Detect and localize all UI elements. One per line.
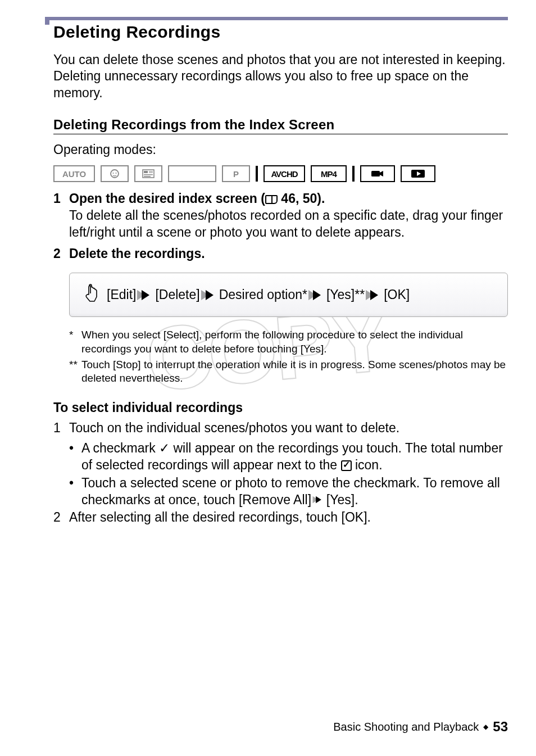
- mode-baby-icon: [101, 165, 129, 182]
- indiv-step-2: 2 After selecting all the desired record…: [53, 509, 508, 526]
- touch-icon: [83, 283, 99, 306]
- mode-p: P: [222, 165, 250, 182]
- mode-storyboard-icon: [134, 165, 162, 182]
- mode-blank: [168, 165, 216, 182]
- bullet-dot: •: [69, 475, 78, 509]
- indiv-step-1: 1 Touch on the individual scenes/photos …: [53, 420, 508, 508]
- svg-point-1: [113, 173, 114, 174]
- b2a: Touch a selected scene or photo to remov…: [81, 476, 500, 507]
- arrow-icon: [142, 290, 149, 300]
- indiv-bullets: • A checkmark ✓ will appear on the recor…: [53, 440, 508, 509]
- footnote-1: * When you select [Select], perform the …: [69, 328, 508, 356]
- svg-rect-8: [371, 171, 380, 176]
- step-number: 1: [53, 420, 63, 437]
- arrow-icon: [206, 290, 214, 300]
- mode-mp4: MP4: [311, 165, 347, 182]
- step-number: 1: [53, 191, 63, 206]
- footer-diamond-icon: ◆: [483, 723, 488, 731]
- intro-paragraph: You can delete those scenes and photos t…: [53, 52, 508, 101]
- svg-point-0: [111, 170, 119, 178]
- step-1-title-b: 46, 50).: [278, 191, 325, 206]
- bullet-1-text: A checkmark ✓ will appear on the recordi…: [81, 440, 508, 474]
- svg-rect-7: [144, 176, 151, 177]
- indiv-step-2-text: After selecting all the desired recordin…: [69, 509, 371, 526]
- action-edit: [Edit]: [107, 287, 136, 302]
- footnote-mark: **: [69, 358, 79, 386]
- section-title: Deleting Recordings: [53, 22, 508, 42]
- footnote-mark: *: [69, 328, 79, 356]
- action-yes: [Yes]**: [326, 287, 365, 302]
- footnotes: * When you select [Select], perform the …: [53, 328, 508, 386]
- arrow-icon: [370, 290, 378, 300]
- action-option: Desired option*: [219, 287, 307, 302]
- b1a: A checkmark: [81, 441, 159, 455]
- step-1-title: Open the desired index screen ( 46, 50).: [69, 191, 325, 206]
- individual-heading: To select individual recordings: [53, 400, 508, 415]
- mode-camera-icon: [360, 165, 395, 182]
- mode-divider-2: [352, 166, 355, 182]
- individual-step-list: 1 Touch on the individual scenes/photos …: [53, 420, 508, 526]
- step-1: 1 Open the desired index screen ( 46, 50…: [53, 191, 508, 241]
- action-delete: [Delete]: [155, 287, 199, 302]
- mode-avchd: AVCHD: [264, 165, 305, 182]
- bullet-1: • A checkmark ✓ will appear on the recor…: [69, 440, 508, 474]
- svg-rect-4: [144, 171, 148, 173]
- svg-rect-5: [149, 171, 153, 173]
- step-1-title-a: Open the desired index screen (: [69, 191, 265, 206]
- checkbox-icon: [341, 460, 352, 471]
- step-number: 2: [53, 246, 63, 261]
- bullet-2: • Touch a selected scene or photo to rem…: [69, 475, 508, 509]
- step-2-title: Delete the recordings.: [69, 246, 205, 261]
- step-number: 2: [53, 509, 63, 526]
- header-rule: [45, 17, 508, 20]
- mode-auto: AUTO: [53, 165, 95, 182]
- step-1-body: To delete all the scenes/photos recorded…: [53, 207, 508, 241]
- footnote-2-text: Touch [Stop] to interrupt the operation …: [81, 358, 508, 386]
- mode-play-icon: [401, 165, 435, 182]
- mode-divider: [256, 166, 258, 182]
- operating-modes-label: Operating modes:: [53, 142, 508, 157]
- subsection-title: Deleting Recordings from the Index Scree…: [53, 117, 508, 134]
- footnote-1-text: When you select [Select], perform the fo…: [81, 328, 508, 356]
- mode-indicator-row: AUTO P AVCHD MP4: [53, 165, 508, 182]
- arrow-icon: [313, 290, 321, 300]
- bullet-dot: •: [69, 440, 78, 474]
- indiv-step-1-text: Touch on the individual scenes/photos yo…: [69, 420, 399, 437]
- step-2: 2 Delete the recordings. [Edit] [Delete]…: [53, 246, 508, 386]
- footnote-2: ** Touch [Stop] to interrupt the operati…: [69, 358, 508, 386]
- main-step-list: 1 Open the desired index screen ( 46, 50…: [53, 191, 508, 386]
- action-sequence-box: [Edit] [Delete] Desired option* [Yes]** …: [69, 273, 508, 317]
- bullet-2-text: Touch a selected scene or photo to remov…: [81, 475, 508, 509]
- svg-rect-6: [144, 174, 153, 175]
- b1c: icon.: [352, 458, 383, 472]
- arrow-icon: [316, 496, 322, 503]
- footer-chapter: Basic Shooting and Playback: [333, 721, 479, 734]
- action-ok: [OK]: [384, 287, 410, 302]
- book-ref-icon: [265, 195, 278, 204]
- footer-page-number: 53: [493, 719, 508, 735]
- b2b: [Yes].: [322, 492, 358, 507]
- page-footer: Basic Shooting and Playback ◆ 53: [333, 719, 508, 735]
- svg-point-2: [116, 173, 117, 174]
